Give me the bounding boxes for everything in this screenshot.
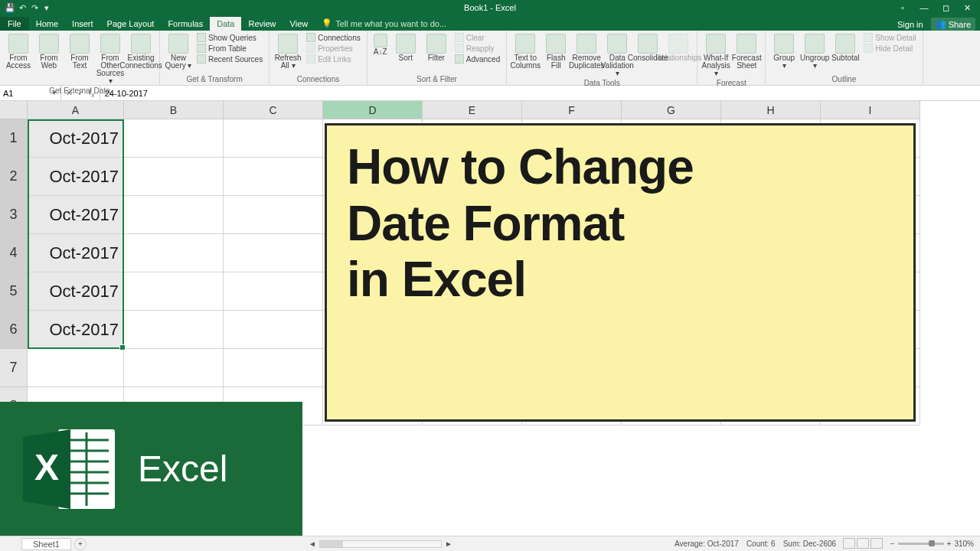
scroll-left-icon[interactable]: ◄ [309,540,316,548]
from-access-button[interactable]: From Access [4,32,33,71]
maximize-icon[interactable]: ◻ [936,1,956,15]
new-sheet-button[interactable]: + [74,538,87,550]
clear-filter-button[interactable]: Clear [452,32,502,43]
column-header-b[interactable]: B [124,101,224,119]
cell-A7[interactable] [28,349,124,387]
cell-B3[interactable] [124,196,224,234]
cell-A3[interactable]: Oct-2017 [28,196,124,234]
from-text-button[interactable]: From Text [65,32,94,71]
show-queries-button[interactable]: Show Queries [194,32,265,43]
tab-page-layout[interactable]: Page Layout [100,17,162,31]
cell-C1[interactable] [224,119,323,158]
refresh-all-button[interactable]: Refresh All ▾ [273,32,302,71]
cell-B4[interactable] [124,234,224,272]
horizontal-scroll[interactable]: ◄ ► [87,540,675,548]
scroll-right-icon[interactable]: ► [445,540,452,548]
advanced-filter-button[interactable]: Advanced [452,54,502,64]
cell-A5[interactable]: Oct-2017 [28,272,124,311]
filter-button[interactable]: Filter [422,32,451,64]
ungroup-button[interactable]: Ungroup ▾ [800,32,829,71]
page-layout-view-button[interactable] [857,538,869,549]
sort-button[interactable]: Sort [391,32,420,64]
zoom-out-button[interactable]: − [890,540,895,548]
column-header-f[interactable]: F [522,101,622,119]
page-break-view-button[interactable] [871,538,883,549]
row-header-5[interactable]: 5 [0,272,28,311]
existing-connections-button[interactable]: Existing Connections [126,32,155,71]
column-header-i[interactable]: I [821,101,920,119]
sort-az-button[interactable]: A↓Z [371,32,390,57]
cell-A4[interactable]: Oct-2017 [28,234,124,272]
new-query-button[interactable]: New Query ▾ [164,32,193,71]
tab-formulas[interactable]: Formulas [161,17,210,31]
cell-B6[interactable] [124,311,224,349]
file-tab[interactable]: File [0,17,29,31]
cell-C4[interactable] [224,234,323,272]
row-header-4[interactable]: 4 [0,234,28,272]
close-icon[interactable]: ✕ [957,1,977,15]
cell-C3[interactable] [224,196,323,234]
cell-A1[interactable]: Oct-2017 [28,119,124,158]
select-all-corner[interactable] [0,101,28,119]
group-button[interactable]: Group ▾ [769,32,799,71]
tab-data[interactable]: Data [210,17,241,31]
row-header-3[interactable]: 3 [0,196,28,234]
text-to-columns-button[interactable]: Text to Columns [511,32,540,71]
save-icon[interactable]: 💾 [5,2,15,13]
cell-B5[interactable] [124,272,224,311]
cell-B1[interactable] [124,119,224,158]
redo-icon[interactable]: ↷ [29,2,40,13]
customize-qat-icon[interactable]: ▾ [41,2,52,13]
tab-view[interactable]: View [283,17,315,31]
column-header-c[interactable]: C [224,101,323,119]
sheet-tab[interactable]: Sheet1 [21,538,71,550]
from-web-button[interactable]: From Web [34,32,64,71]
hscroll-track[interactable] [319,540,442,548]
tab-review[interactable]: Review [241,17,283,31]
ribbon-options-icon[interactable]: ▫ [893,1,913,15]
sign-in-link[interactable]: Sign in [897,20,923,29]
remove-duplicates-button[interactable]: Remove Duplicates [572,32,601,71]
properties-button[interactable]: Properties [304,43,363,54]
forecast-sheet-button[interactable]: Forecast Sheet [732,32,761,71]
title-overlay-textbox[interactable]: How to Change Date Format in Excel [325,123,916,422]
column-header-e[interactable]: E [423,101,522,119]
row-header-2[interactable]: 2 [0,158,28,196]
zoom-slider[interactable] [898,543,944,545]
cell-C6[interactable] [224,311,323,349]
formula-input[interactable]: 24-10-2017 [100,89,980,98]
minimize-icon[interactable]: — [914,1,934,15]
relationships-button[interactable]: Relationships [664,32,693,64]
cell-A2[interactable]: Oct-2017 [28,158,124,196]
flash-fill-button[interactable]: Flash Fill [541,32,570,71]
share-button[interactable]: 👥 Share [931,18,975,31]
cell-A6[interactable]: Oct-2017 [28,311,124,349]
cell-B7[interactable] [124,349,224,387]
column-header-a[interactable]: A [28,101,124,119]
cell-C5[interactable] [224,272,323,311]
what-if-analysis-button[interactable]: What-If Analysis ▾ [701,32,730,79]
column-header-d[interactable]: D [323,101,423,119]
column-header-g[interactable]: G [622,101,721,119]
reapply-filter-button[interactable]: Reapply [452,43,502,54]
tell-me-search[interactable]: 💡 Tell me what you want to do... [315,16,453,31]
edit-links-button[interactable]: Edit Links [304,54,363,64]
tab-home[interactable]: Home [29,17,65,31]
row-header-1[interactable]: 1 [0,119,28,158]
subtotal-button[interactable]: Subtotal [831,32,860,64]
undo-icon[interactable]: ↶ [17,2,28,13]
recent-sources-button[interactable]: Recent Sources [194,54,265,64]
cell-C7[interactable] [224,349,323,387]
tab-insert[interactable]: Insert [65,17,100,31]
from-table-button[interactable]: From Table [194,43,265,54]
cell-C2[interactable] [224,158,323,196]
column-header-h[interactable]: H [721,101,821,119]
cell-B2[interactable] [124,158,224,196]
hide-detail-button[interactable]: Hide Detail [861,43,918,54]
show-detail-button[interactable]: Show Detail [861,32,918,43]
zoom-in-button[interactable]: + [947,540,952,548]
row-header-7[interactable]: 7 [0,349,28,387]
row-header-6[interactable]: 6 [0,311,28,349]
connections-button[interactable]: Connections [304,32,363,43]
normal-view-button[interactable] [843,538,855,549]
